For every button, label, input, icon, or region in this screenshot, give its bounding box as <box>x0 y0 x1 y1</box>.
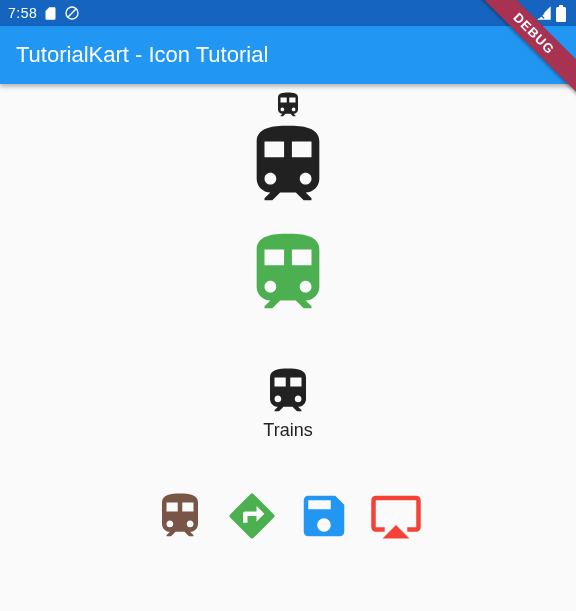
train-icon <box>153 489 207 543</box>
status-bar: 7:58 <box>0 0 576 26</box>
icon-train-green <box>241 226 335 320</box>
airplay-icon <box>369 489 423 543</box>
no-sync-icon <box>64 5 80 21</box>
save-icon <box>297 489 351 543</box>
train-icon <box>273 90 303 120</box>
train-icon <box>261 364 315 418</box>
directions-icon <box>225 489 279 543</box>
svg-rect-5 <box>559 5 563 8</box>
status-time: 7:58 <box>8 5 37 21</box>
svg-rect-4 <box>556 7 566 22</box>
icon-train-small <box>273 90 303 120</box>
signal-icon <box>536 5 552 21</box>
content-area: Trains <box>0 84 576 543</box>
status-left: 7:58 <box>8 5 80 21</box>
icon-train-labeled: Trains <box>261 364 315 441</box>
train-icon <box>241 118 335 212</box>
train-icon <box>241 226 335 320</box>
svg-line-1 <box>68 9 76 17</box>
icon-row <box>153 489 423 543</box>
status-right <box>536 5 568 22</box>
icon-train-large <box>241 118 335 212</box>
icon-caption-trains: Trains <box>263 420 312 441</box>
app-title: TutorialKart - Icon Tutorial <box>16 42 268 68</box>
sd-card-icon <box>43 6 58 21</box>
battery-icon <box>556 5 566 22</box>
app-bar: TutorialKart - Icon Tutorial <box>0 26 576 84</box>
